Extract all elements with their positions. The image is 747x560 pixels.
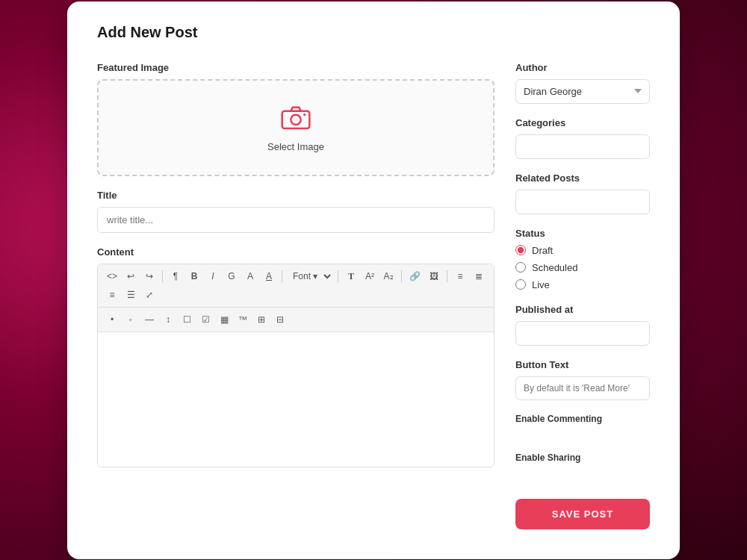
toolbar-indent[interactable]: ↕ xyxy=(160,311,176,328)
categories-label: Categories xyxy=(515,117,650,128)
enable-commenting-label: Enable Commenting xyxy=(515,414,650,424)
status-label: Status xyxy=(515,228,650,239)
author-select[interactable]: Diran George John Doe Jane Smith xyxy=(515,79,650,104)
related-posts-input[interactable] xyxy=(515,190,650,214)
button-text-input[interactable] xyxy=(515,376,650,400)
toolbar-hr[interactable]: — xyxy=(141,311,158,328)
toolbar-ul[interactable]: • xyxy=(104,311,120,328)
enable-sharing-row: Enable Sharing xyxy=(515,452,650,481)
status-live-label: Live xyxy=(532,279,550,290)
toolbar-format[interactable]: 𝐓 xyxy=(343,268,359,284)
main-column: Featured Image Select Image Title xyxy=(97,62,495,529)
status-scheduled[interactable]: Scheduled xyxy=(515,262,650,273)
status-draft[interactable]: Draft xyxy=(515,245,650,256)
related-posts-label: Related Posts xyxy=(515,172,650,184)
toolbar-font-color[interactable]: A xyxy=(242,268,258,284)
toolbar-sep-2 xyxy=(282,270,282,282)
status-draft-label: Draft xyxy=(532,245,553,256)
sidebar-column: Author Diran George John Doe Jane Smith … xyxy=(515,62,650,529)
svg-point-1 xyxy=(291,115,300,125)
toolbar-sep-4 xyxy=(401,270,402,282)
commenting-thumb xyxy=(503,431,513,441)
toolbar-strikethrough[interactable]: G xyxy=(223,268,240,284)
toolbar-subscript[interactable]: A₂ xyxy=(380,268,397,284)
toolbar-align-left[interactable]: ≡ xyxy=(452,268,468,284)
toolbar-add-row[interactable]: ⊞ xyxy=(253,311,270,328)
toolbar-bold[interactable]: B xyxy=(186,268,202,284)
toolbar-align-right[interactable]: ≡ xyxy=(104,287,120,303)
toolbar-sep-1 xyxy=(162,270,163,282)
published-at-field: Published at xyxy=(515,304,650,346)
toolbar-remove-row[interactable]: ⊟ xyxy=(272,311,288,328)
title-label: Title xyxy=(97,190,495,201)
svg-point-2 xyxy=(303,113,306,116)
toolbar-font-bgcolor[interactable]: A xyxy=(261,268,277,284)
toolbar-outdent[interactable]: ☐ xyxy=(179,311,195,328)
toolbar-italic[interactable]: I xyxy=(205,268,221,284)
status-radio-group: Draft Scheduled Live xyxy=(515,245,650,290)
add-post-card: Add New Post Featured Image Select I xyxy=(67,1,680,559)
featured-image-upload[interactable]: Select Image xyxy=(97,79,495,176)
author-label: Author xyxy=(515,62,650,73)
toolbar-ol[interactable]: ◦ xyxy=(123,311,139,328)
editor-body[interactable] xyxy=(98,332,494,467)
select-image-label: Select Image xyxy=(267,141,324,152)
author-field: Author Diran George John Doe Jane Smith xyxy=(515,62,650,104)
button-text-label: Button Text xyxy=(515,359,650,370)
toolbar-row-2: • ◦ — ↕ ☐ ☑ ▦ ™ ⊞ ⊟ xyxy=(98,308,494,332)
toolbar-row-1: <> ↩ ↪ ¶ B I G A A Font ▾ xyxy=(98,264,494,308)
toolbar-align-justify[interactable]: ☰ xyxy=(123,287,139,303)
title-section: Title xyxy=(97,190,495,246)
toolbar-font-select[interactable]: Font ▾ xyxy=(287,269,333,284)
status-draft-radio[interactable] xyxy=(515,245,526,255)
status-live[interactable]: Live xyxy=(515,279,650,290)
toolbar-fullscreen[interactable]: ⤢ xyxy=(141,287,158,303)
editor-wrapper: <> ↩ ↪ ¶ B I G A A Font ▾ xyxy=(97,264,495,467)
toolbar-undo[interactable]: ↩ xyxy=(123,268,139,284)
featured-image-section: Featured Image Select Image xyxy=(97,62,495,176)
toolbar-paragraph[interactable]: ¶ xyxy=(167,268,184,284)
toolbar-code[interactable]: <> xyxy=(104,268,120,284)
svg-rect-0 xyxy=(282,111,310,128)
enable-sharing-label: Enable Sharing xyxy=(515,452,650,463)
toolbar-sep-5 xyxy=(447,270,447,282)
related-posts-field: Related Posts xyxy=(515,172,650,214)
categories-field: Categories xyxy=(515,117,650,159)
toolbar-superscript[interactable]: A² xyxy=(362,268,378,284)
button-text-field: Button Text xyxy=(515,359,650,400)
toolbar-trademark[interactable]: ™ xyxy=(235,311,251,328)
sharing-thumb xyxy=(503,470,513,480)
toolbar-align-center[interactable]: ≣ xyxy=(471,268,487,284)
toolbar-image[interactable]: 🖼 xyxy=(426,268,442,284)
categories-input[interactable] xyxy=(515,134,650,159)
published-at-input[interactable] xyxy=(515,321,650,346)
save-post-button[interactable]: SAVE POST xyxy=(515,499,650,529)
toolbar-checkbox[interactable]: ☑ xyxy=(197,311,214,328)
status-scheduled-label: Scheduled xyxy=(532,262,577,273)
title-input[interactable] xyxy=(97,207,495,233)
form-layout: Featured Image Select Image Title xyxy=(97,62,650,529)
toolbar-redo[interactable]: ↪ xyxy=(141,268,158,284)
enable-commenting-row: Enable Commenting xyxy=(515,414,650,442)
toolbar-link[interactable]: 🔗 xyxy=(406,268,424,284)
status-field: Status Draft Scheduled Live xyxy=(515,228,650,290)
content-section: Content <> ↩ ↪ ¶ B I G A A xyxy=(97,246,495,467)
content-label: Content xyxy=(97,246,495,258)
toolbar-sep-3 xyxy=(338,270,338,282)
status-live-radio[interactable] xyxy=(515,279,526,290)
page-title: Add New Post xyxy=(97,24,650,41)
toolbar-table[interactable]: ▦ xyxy=(216,311,232,328)
featured-image-label: Featured Image xyxy=(97,62,495,73)
status-scheduled-radio[interactable] xyxy=(515,262,526,273)
camera-icon xyxy=(281,102,311,135)
published-at-label: Published at xyxy=(515,304,650,315)
